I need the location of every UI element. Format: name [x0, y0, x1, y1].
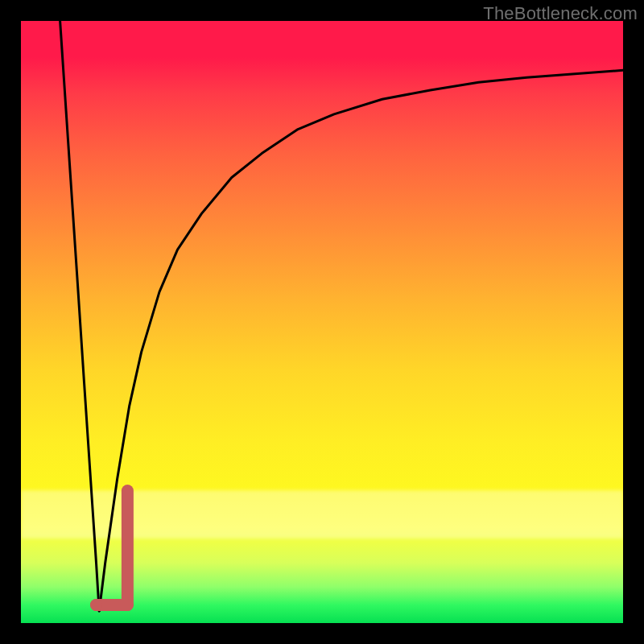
curve-right-branch [99, 70, 623, 611]
plot-area [21, 21, 623, 623]
watermark-label: TheBottleneck.com [483, 3, 638, 24]
chart-frame: TheBottleneck.com [0, 0, 644, 644]
curve-group [60, 21, 623, 611]
curve-left-branch [60, 21, 100, 611]
j-marker-foot-dot [90, 599, 102, 611]
curves-svg [21, 21, 623, 623]
